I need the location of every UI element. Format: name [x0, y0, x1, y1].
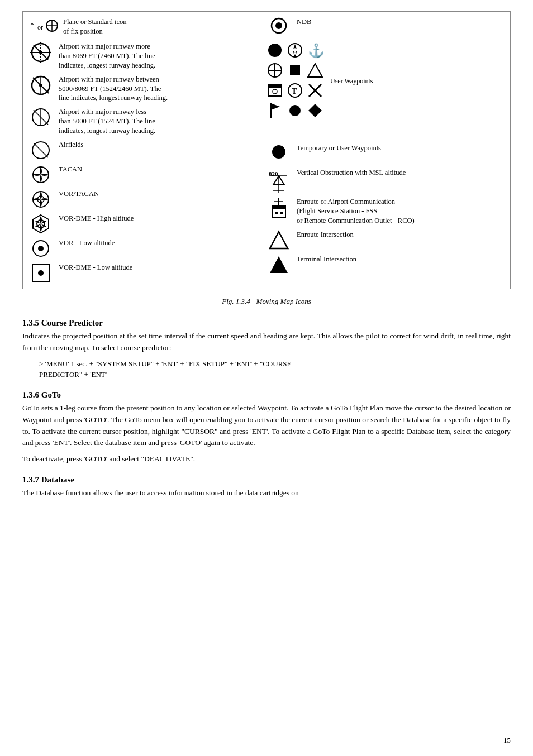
figure-box: ↑ or Plane or Standard icon of fix posit… [22, 11, 511, 289]
uwp-x [307, 82, 323, 99]
svg-text:⚓: ⚓ [308, 42, 323, 59]
section-135-body: Indicates the projected position at the … [22, 331, 511, 354]
svg-rect-58 [272, 206, 285, 209]
vert-obst-label: Vertical Obstruction with MSL altitude [297, 168, 505, 178]
svg-marker-32 [293, 44, 297, 49]
svg-text:T: T [292, 87, 297, 95]
section-136-heading: 1.3.6 GoTo [22, 390, 511, 400]
svg-point-27 [38, 270, 44, 276]
list-item: Enroute Intersection [266, 230, 505, 250]
enroute-int-icon [266, 230, 291, 250]
list-item: Terminal Intersection [266, 255, 505, 275]
list-item: Airport with major runway more than 8069… [28, 42, 266, 70]
list-item: VOR - Low altitude [28, 238, 266, 259]
svg-point-25 [38, 246, 44, 251]
uwp-triangle-outline [307, 62, 323, 79]
uwp-filled-circle [266, 42, 283, 59]
svg-point-29 [275, 22, 282, 29]
section-course-predictor: 1.3.5 Course Predictor Indicates the pro… [22, 318, 511, 380]
svg-marker-50 [308, 104, 322, 117]
svg-rect-63 [280, 212, 283, 214]
list-item: 820 Vertical Obstruction with MSL altitu… [266, 168, 505, 193]
section-135-heading: 1.3.5 Course Predictor [22, 318, 511, 328]
uwp-compass [287, 42, 303, 59]
list-item: Airport with major runway less than 5000… [28, 107, 266, 136]
user-waypoints-block: ⚓ [266, 42, 505, 120]
vor-dme-high-icon [28, 214, 53, 234]
vor-tacan-icon [28, 189, 53, 209]
vor-dme-low-label: VOR-DME - Low altitude [59, 263, 266, 272]
uwp-square [287, 62, 303, 79]
list-item: NDB [266, 17, 505, 37]
list-item: Enroute or Airport Communication (Flight… [266, 197, 505, 226]
list-item: ↑ or Plane or Standard icon of fix posit… [28, 17, 266, 37]
svg-text:↑: ↑ [29, 18, 35, 32]
section-137-heading: 1.3.7 Database [22, 475, 511, 485]
vor-tacan-label: VOR/TACAN [59, 189, 266, 199]
ndb-icon [266, 17, 291, 34]
list-item: VOR/TACAN [28, 189, 266, 209]
user-wp-grid: ⚓ [266, 42, 325, 120]
section-goto: 1.3.6 GoTo GoTo sets a 1-leg course from… [22, 390, 511, 466]
airfield-label: Airfields [59, 140, 266, 150]
vor-dme-low-icon [28, 263, 53, 283]
list-item: Temporary or User Waypoints [266, 143, 505, 164]
plane-std-icon: ↑ or [28, 17, 58, 34]
svg-marker-48 [271, 103, 280, 110]
tacan-label: TACAN [59, 165, 266, 174]
vor-low-icon [28, 238, 53, 259]
list-item: Airport with major runway between 5000/8… [28, 75, 266, 103]
svg-marker-39 [308, 64, 322, 77]
section-135-code: > 'MENU' 1 sec. + "SYSTEM SETUP" + 'ENT'… [39, 358, 511, 380]
section-136-body-1: To deactivate, press 'GOTO' and select "… [22, 453, 511, 465]
figure-caption: Fig. 1.3.4 - Moving Map Icons [22, 297, 511, 306]
svg-text:or: or [37, 23, 43, 31]
list-item: VOR-DME - High altitude [28, 214, 266, 234]
terminal-int-label: Terminal Intersection [297, 255, 505, 264]
ndb-label: NDB [297, 17, 505, 27]
terminal-int-icon [266, 255, 291, 275]
airport-high-label: Airport with major runway more than 8069… [59, 42, 266, 70]
section-136-body-0: GoTo sets a 1-leg course from the presen… [22, 403, 511, 449]
uwp-circle-cross [266, 62, 283, 79]
airport-high-icon [28, 42, 53, 63]
svg-point-49 [289, 105, 301, 116]
airport-mid-label: Airport with major runway between 5000/8… [59, 75, 266, 103]
svg-marker-64 [270, 232, 288, 248]
section-137-body: The Database function allows the user to… [22, 487, 511, 499]
plane-std-label: Plane or Standard icon of fix position [63, 17, 266, 36]
svg-marker-65 [270, 256, 288, 273]
list-item: VOR-DME - Low altitude [28, 263, 266, 283]
svg-rect-38 [290, 65, 300, 75]
section-database: 1.3.7 Database The Database function all… [22, 475, 511, 499]
page-number: 15 [503, 736, 511, 745]
airport-low-label: Airport with major runway less than 5000… [59, 107, 266, 136]
enroute-int-label: Enroute Intersection [297, 230, 505, 240]
tacan-icon [28, 165, 53, 185]
svg-rect-62 [275, 212, 278, 214]
uwp-camera [266, 82, 283, 99]
uwp-dot [287, 102, 303, 119]
svg-point-42 [273, 89, 277, 94]
uwp-flag [266, 102, 283, 119]
vor-dme-high-label: VOR-DME - High altitude [59, 214, 266, 223]
airport-low-icon [28, 107, 53, 127]
temp-wp-icon [266, 143, 291, 160]
vor-low-label: VOR - Low altitude [59, 238, 266, 248]
list-item: TACAN [28, 165, 266, 185]
uwp-anchor: ⚓ [307, 42, 323, 59]
svg-marker-33 [293, 51, 297, 56]
svg-point-51 [272, 145, 285, 159]
airport-mid-icon [28, 75, 53, 96]
enroute-comm-icon [266, 197, 291, 219]
uwp-diamond [307, 102, 323, 119]
airfield-icon [28, 140, 53, 160]
vert-obst-icon: 820 [266, 168, 291, 193]
temp-wp-label: Temporary or User Waypoints [297, 143, 505, 153]
svg-rect-41 [268, 85, 282, 88]
right-column: NDB ⚓ [266, 17, 505, 283]
svg-line-18 [34, 143, 48, 157]
svg-point-30 [268, 44, 282, 57]
list-item: Airfields [28, 140, 266, 160]
user-wp-side-label: User Waypoints [328, 42, 373, 120]
